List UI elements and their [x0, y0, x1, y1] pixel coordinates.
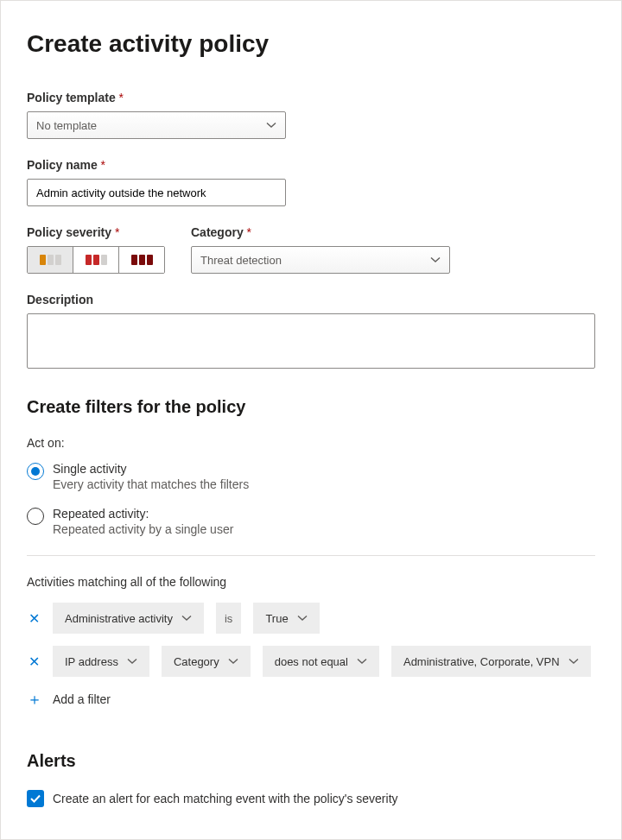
radio-single-label: Single activity: [53, 462, 249, 476]
radio-repeated-label: Repeated activity:: [53, 507, 233, 521]
radio-repeated-activity[interactable]: Repeated activity: Repeated activity by …: [27, 507, 595, 536]
chevron-down-icon: [568, 656, 579, 666]
severity-bar-icon: [131, 255, 137, 265]
category-label: Category *: [191, 225, 595, 239]
chevron-down-icon: [181, 613, 192, 623]
severity-medium-button[interactable]: [73, 247, 119, 273]
remove-filter-icon[interactable]: ✕: [27, 610, 41, 627]
radio-dot-icon: [31, 467, 40, 476]
description-field: Description: [27, 293, 595, 371]
page-title: Create activity policy: [27, 30, 595, 58]
filter-field-select[interactable]: Administrative activity: [53, 603, 204, 634]
divider: [27, 555, 595, 556]
severity-bar-icon: [48, 255, 54, 265]
severity-bar-icon: [55, 255, 61, 265]
filter-row: ✕ Administrative activity is True: [27, 603, 595, 634]
plus-icon: ＋: [27, 689, 41, 710]
severity-toggle-group: [27, 246, 165, 274]
filter-value-select[interactable]: Administrative, Corporate, VPN: [391, 646, 591, 677]
add-filter-label: Add a filter: [53, 692, 111, 706]
severity-bar-icon: [86, 255, 92, 265]
policy-template-select[interactable]: No template: [27, 111, 286, 139]
severity-bar-icon: [101, 255, 107, 265]
severity-bar-icon: [93, 255, 99, 265]
check-icon: [29, 793, 41, 805]
policy-severity-field: Policy severity *: [27, 225, 165, 274]
policy-name-label: Policy name *: [27, 158, 595, 172]
radio-single-desc: Every activity that matches the filters: [53, 477, 249, 491]
severity-low-button[interactable]: [28, 247, 73, 273]
chevron-down-icon: [228, 656, 238, 666]
category-value: Threat detection: [200, 254, 282, 267]
policy-name-field: Policy name *: [27, 158, 595, 206]
category-select[interactable]: Threat detection: [191, 246, 450, 274]
alert-checkbox-label: Create an alert for each matching event …: [53, 792, 398, 805]
radio-button-icon: [27, 508, 44, 525]
radio-single-activity[interactable]: Single activity Every activity that matc…: [27, 462, 595, 491]
severity-category-row: Policy severity *: [27, 225, 595, 274]
severity-high-button[interactable]: [119, 247, 164, 273]
filter-operator-select[interactable]: does not equal: [263, 646, 379, 677]
filter-field-select[interactable]: IP address: [53, 646, 149, 677]
chevron-down-icon: [430, 255, 441, 265]
policy-severity-label: Policy severity *: [27, 225, 165, 239]
description-label: Description: [27, 293, 595, 306]
add-filter-button[interactable]: ＋ Add a filter: [27, 689, 595, 710]
severity-bar-icon: [40, 255, 46, 265]
severity-bar-icon: [139, 255, 145, 265]
filter-row: ✕ IP address Category does not equal Adm…: [27, 646, 595, 677]
filter-operator-text: is: [216, 603, 241, 634]
filter-value-select[interactable]: True: [253, 603, 319, 634]
radio-button-icon: [27, 463, 44, 480]
policy-template-field: Policy template * No template: [27, 91, 595, 139]
alerts-heading: Alerts: [27, 751, 595, 771]
chevron-down-icon: [357, 656, 367, 666]
policy-template-label: Policy template *: [27, 91, 595, 104]
chevron-down-icon: [266, 120, 276, 130]
alert-checkbox-row[interactable]: Create an alert for each matching event …: [27, 790, 595, 807]
act-on-label: Act on:: [27, 436, 595, 450]
policy-template-value: No template: [36, 119, 97, 132]
checkbox-checked-icon: [27, 790, 44, 807]
chevron-down-icon: [297, 613, 308, 623]
policy-name-input[interactable]: [27, 179, 286, 206]
chevron-down-icon: [127, 656, 137, 666]
create-filters-heading: Create filters for the policy: [27, 397, 595, 417]
category-field: Category * Threat detection: [191, 225, 595, 274]
remove-filter-icon[interactable]: ✕: [27, 654, 41, 670]
activities-matching-label: Activities matching all of the following: [27, 575, 595, 589]
severity-bar-icon: [147, 255, 153, 265]
create-activity-policy-page: Create activity policy Policy template *…: [0, 0, 622, 840]
radio-repeated-desc: Repeated activity by a single user: [53, 522, 233, 536]
filter-subfield-select[interactable]: Category: [162, 646, 251, 677]
description-textarea[interactable]: [27, 313, 595, 369]
